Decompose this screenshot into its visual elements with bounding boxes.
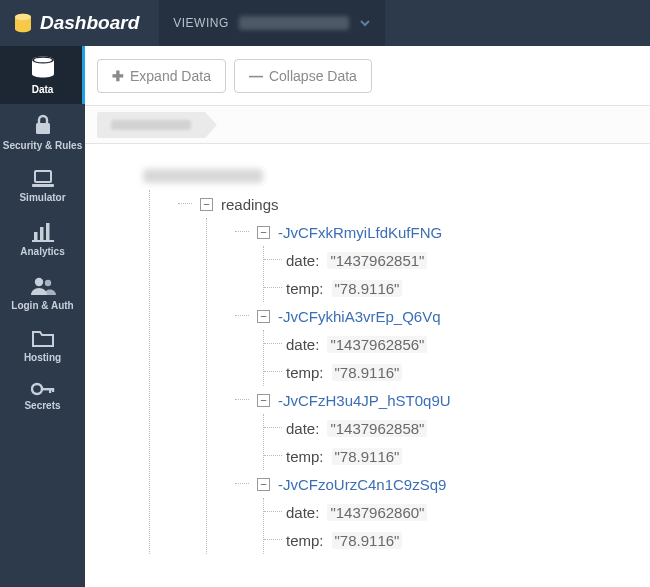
toolbar: ✚ Expand Data — Collapse Data bbox=[85, 46, 650, 106]
leaf-key: temp: bbox=[286, 532, 324, 549]
logo-area: Dashboard bbox=[0, 12, 153, 34]
entry-key: -JvCFzoUrzC4n1C9zSq9 bbox=[278, 476, 446, 493]
svg-point-14 bbox=[32, 384, 42, 394]
tree-node-readings[interactable]: − readings −-JvCFxkRmyiLfdKufFNGdate: "1… bbox=[200, 190, 650, 554]
database-logo-icon bbox=[14, 13, 32, 33]
svg-rect-16 bbox=[49, 388, 51, 393]
node-key: readings bbox=[221, 196, 279, 213]
sidebar-item-simulator[interactable]: Simulator bbox=[0, 160, 85, 212]
key-icon bbox=[31, 382, 55, 396]
tree-root[interactable] bbox=[135, 162, 650, 190]
sidebar-item-label: Hosting bbox=[24, 352, 61, 363]
sidebar-item-hosting[interactable]: Hosting bbox=[0, 320, 85, 372]
svg-point-12 bbox=[34, 278, 42, 286]
svg-point-13 bbox=[44, 280, 50, 286]
sidebar-item-data[interactable]: Data bbox=[0, 46, 85, 104]
tree-entry[interactable]: −-JvCFykhiA3vrEp_Q6Vqdate: "1437962856"t… bbox=[257, 302, 650, 386]
svg-rect-7 bbox=[32, 184, 54, 187]
leaf-value: "1437962851" bbox=[327, 252, 427, 269]
lock-icon bbox=[33, 114, 53, 136]
expand-data-button[interactable]: ✚ Expand Data bbox=[97, 59, 226, 93]
svg-rect-6 bbox=[35, 171, 51, 182]
svg-rect-9 bbox=[40, 227, 44, 240]
breadcrumb bbox=[85, 106, 650, 144]
collapse-data-button[interactable]: — Collapse Data bbox=[234, 59, 372, 93]
leaf-value: "78.9116" bbox=[332, 280, 403, 297]
tree-leaf[interactable]: temp: "78.9116" bbox=[286, 274, 650, 302]
collapse-toggle-icon[interactable]: − bbox=[257, 310, 270, 323]
tree-leaf[interactable]: date: "1437962858" bbox=[286, 414, 650, 442]
tree-leaf[interactable]: temp: "78.9116" bbox=[286, 442, 650, 470]
leaf-key: date: bbox=[286, 504, 319, 521]
tree-leaf[interactable]: date: "1437962856" bbox=[286, 330, 650, 358]
sidebar-item-security[interactable]: Security & Rules bbox=[0, 104, 85, 160]
sidebar-item-label: Security & Rules bbox=[3, 140, 82, 151]
leaf-value: "78.9116" bbox=[332, 532, 403, 549]
tree-entry[interactable]: −-JvCFzH3u4JP_hST0q9Udate: "1437962858"t… bbox=[257, 386, 650, 470]
breadcrumb-item[interactable] bbox=[97, 112, 205, 138]
svg-rect-5 bbox=[36, 123, 50, 134]
sidebar-item-secrets[interactable]: Secrets bbox=[0, 372, 85, 420]
svg-rect-17 bbox=[52, 388, 54, 392]
leaf-value: "78.9116" bbox=[332, 448, 403, 465]
sidebar-item-label: Secrets bbox=[24, 400, 60, 411]
sidebar-item-label: Login & Auth bbox=[11, 300, 73, 311]
svg-rect-11 bbox=[32, 240, 54, 242]
sidebar-item-label: Data bbox=[32, 84, 54, 95]
folder-icon bbox=[31, 330, 55, 348]
svg-point-4 bbox=[34, 58, 52, 63]
app-header: Dashboard VIEWING bbox=[0, 0, 650, 46]
leaf-key: temp: bbox=[286, 448, 324, 465]
collapse-toggle-icon[interactable]: − bbox=[257, 478, 270, 491]
breadcrumb-text-redacted bbox=[111, 120, 191, 130]
entry-key: -JvCFzH3u4JP_hST0q9U bbox=[278, 392, 451, 409]
collapse-toggle-icon[interactable]: − bbox=[257, 226, 270, 239]
chevron-down-icon bbox=[359, 17, 371, 29]
tree-entry[interactable]: −-JvCFxkRmyiLfdKufFNGdate: "1437962851"t… bbox=[257, 218, 650, 302]
tree-leaf[interactable]: temp: "78.9116" bbox=[286, 358, 650, 386]
collapse-toggle-icon[interactable]: − bbox=[200, 198, 213, 211]
sidebar: Data Security & Rules Simulator Analytic… bbox=[0, 46, 85, 587]
button-label: Expand Data bbox=[130, 68, 211, 84]
sidebar-item-login[interactable]: Login & Auth bbox=[0, 266, 85, 320]
viewing-value-redacted bbox=[239, 16, 349, 30]
leaf-value: "78.9116" bbox=[332, 364, 403, 381]
entry-key: -JvCFxkRmyiLfdKufFNG bbox=[278, 224, 442, 241]
leaf-value: "1437962856" bbox=[327, 336, 427, 353]
viewing-selector[interactable]: VIEWING bbox=[159, 0, 385, 46]
root-key-redacted bbox=[143, 169, 263, 183]
main-panel: ✚ Expand Data — Collapse Data − read bbox=[85, 46, 650, 587]
svg-rect-8 bbox=[34, 232, 38, 240]
viewing-label: VIEWING bbox=[173, 16, 229, 30]
sidebar-item-label: Analytics bbox=[20, 246, 64, 257]
tree-leaf[interactable]: date: "1437962851" bbox=[286, 246, 650, 274]
app-title: Dashboard bbox=[40, 12, 139, 34]
button-label: Collapse Data bbox=[269, 68, 357, 84]
svg-point-1 bbox=[15, 14, 31, 20]
leaf-value: "1437962860" bbox=[327, 504, 427, 521]
users-icon bbox=[30, 276, 56, 296]
laptop-icon bbox=[31, 170, 55, 188]
leaf-key: temp: bbox=[286, 280, 324, 297]
tree-entry[interactable]: −-JvCFzoUrzC4n1C9zSq9date: "1437962860"t… bbox=[257, 470, 650, 554]
sidebar-item-label: Simulator bbox=[19, 192, 65, 203]
bar-chart-icon bbox=[32, 222, 54, 242]
svg-rect-10 bbox=[46, 223, 50, 240]
sidebar-item-analytics[interactable]: Analytics bbox=[0, 212, 85, 266]
plus-icon: ✚ bbox=[112, 68, 124, 84]
data-tree: − readings −-JvCFxkRmyiLfdKufFNGdate: "1… bbox=[85, 144, 650, 587]
collapse-toggle-icon[interactable]: − bbox=[257, 394, 270, 407]
leaf-key: date: bbox=[286, 336, 319, 353]
leaf-key: temp: bbox=[286, 364, 324, 381]
leaf-key: date: bbox=[286, 252, 319, 269]
leaf-key: date: bbox=[286, 420, 319, 437]
tree-leaf[interactable]: date: "1437962860" bbox=[286, 498, 650, 526]
tree-leaf[interactable]: temp: "78.9116" bbox=[286, 526, 650, 554]
leaf-value: "1437962858" bbox=[327, 420, 427, 437]
entry-key: -JvCFykhiA3vrEp_Q6Vq bbox=[278, 308, 441, 325]
database-icon bbox=[30, 56, 56, 80]
minus-icon: — bbox=[249, 68, 263, 84]
